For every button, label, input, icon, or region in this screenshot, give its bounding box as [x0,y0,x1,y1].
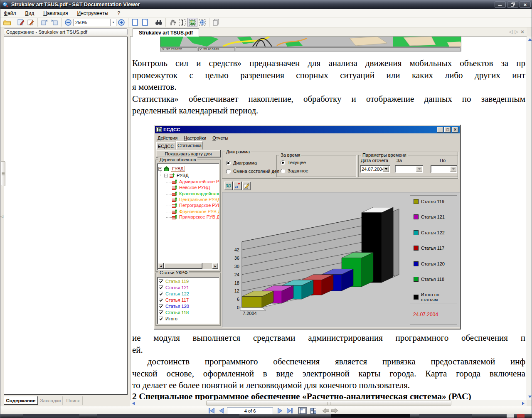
single-page-view-button[interactable] [298,407,307,414]
tree-collapse-icon[interactable]: − [158,167,162,171]
tree-collapse-icon[interactable]: − [164,174,168,177]
select-text-icon[interactable] [177,18,187,27]
radio-option[interactable]: Заданное [281,168,308,173]
esdss-menu-item[interactable]: Действия [158,135,177,140]
tree-node-item[interactable]: Невское РУВД [172,185,210,190]
tab-close-icon[interactable]: ✕ [520,29,525,35]
po-dropdown-icon[interactable] [450,166,456,172]
menu-item[interactable]: Навигация [43,10,68,16]
radio-icon[interactable] [281,169,285,173]
menu-item[interactable]: Вид [25,10,34,16]
taskbar-tray-icon[interactable] [507,414,514,418]
page-number-field[interactable]: 4 of 6 [227,407,273,414]
za-combo[interactable] [395,165,423,173]
edit-page-icon[interactable] [16,18,26,27]
esdss-tab-2[interactable]: Статистика [176,141,203,150]
page-fit-icon[interactable] [140,18,150,27]
chart-3d-button[interactable]: 3D [224,182,233,190]
close-button[interactable]: ✕ [520,1,531,8]
zoom-out-icon[interactable] [63,18,73,27]
checkbox-icon[interactable] [159,310,163,315]
first-page-button[interactable] [207,407,216,414]
tree-hscrollbar[interactable]: ◄ ► [158,263,218,269]
show-map-button[interactable]: Показывать карту для [156,150,221,157]
checkbox-icon[interactable] [159,298,163,302]
radio-option[interactable]: Диаграмма [226,160,257,165]
hand-tool-icon[interactable] [167,18,177,27]
zoom-region-icon[interactable] [197,18,207,27]
document-tab[interactable]: Strukalev art TSUS.pdf [133,28,199,37]
taskbar-item[interactable] [97,414,239,418]
tree-scroll-left-icon[interactable]: ◄ [158,263,164,269]
open-folder-icon[interactable] [2,18,12,27]
scroll-up-icon[interactable] [527,37,532,42]
tree-node-item[interactable]: Приморское РУВ Д [172,214,219,219]
article-checkbox-row[interactable]: Итого [159,316,177,321]
tab-scroll-right-icon[interactable]: ▷ [515,29,518,34]
sidebar-contents-panel[interactable] [4,37,128,395]
radio-option[interactable]: Смена состояний дел [226,169,279,174]
article-checkbox-row[interactable]: Статья 121 [159,285,189,290]
esdss-menu-item[interactable]: Отчеты [212,135,228,140]
vertical-scrollbar[interactable] [527,37,532,400]
tree-node-item[interactable]: Красногвардейское [172,191,219,196]
menu-item[interactable]: Инструменты [77,10,108,16]
tree-hscroll-thumb[interactable] [164,263,202,269]
previous-page-button[interactable] [218,407,225,414]
taskbar-item[interactable] [419,414,472,418]
checkbox-icon[interactable] [159,285,163,290]
esdss-close-button[interactable]: ✕ [452,127,458,133]
menu-item[interactable]: ? [117,10,120,16]
edit-pen-icon[interactable] [26,18,36,27]
select-image-icon[interactable] [187,18,197,27]
article-checkbox-row[interactable]: Статья 122 [159,291,189,296]
tree-node-group[interactable]: −РУВД [164,173,189,178]
article-checkbox-row[interactable]: Статья 117 [159,298,189,302]
checkbox-icon[interactable] [159,279,163,284]
rotate-left-icon[interactable] [39,18,49,27]
po-combo[interactable] [431,165,457,173]
article-checkbox-row[interactable]: Статья 118 [159,310,189,315]
taskbar-tray-icon[interactable] [517,414,525,418]
minimize-button[interactable] [495,1,506,8]
sidebar-tab-1[interactable]: Содержание [4,396,38,405]
scroll-down-icon[interactable] [527,394,532,400]
sidebar-tab-3[interactable]: Поиск [64,396,83,405]
esdss-tab-1[interactable]: ЕСДСС [156,142,175,150]
tab-scroll-left-icon[interactable]: ◁ [509,29,512,34]
object-tree[interactable]: ◄ ► −ГУВД−РУВДАдмиралтейское РНевское РУ… [157,163,219,270]
tree-node-root[interactable]: −ГУВД [158,166,185,172]
esdss-menu-item[interactable]: Настройки [184,135,206,140]
rotate-right-icon[interactable] [49,18,59,27]
copy-pages-icon[interactable] [211,18,221,27]
menu-item[interactable]: Файл [4,10,16,16]
za-dropdown-icon[interactable] [416,166,422,172]
esdss-minimize-button[interactable]: _ [437,127,443,133]
tree-node-item[interactable]: Фрунзенское РУВ Д [172,209,219,214]
tree-node-item[interactable]: Центральное РУВД [172,197,219,202]
page-single-icon[interactable] [130,18,140,27]
splitter-collapse-icon[interactable]: ◁ [0,212,4,221]
zoom-level-combo[interactable]: 250% ▾ [73,19,116,26]
find-binoculars-icon[interactable] [154,18,164,27]
add-series-button[interactable] [233,182,242,190]
document-viewport[interactable]: X: 37.733622 Y: 55.616189 Контроль сил и… [130,37,527,400]
article-checkbox-row[interactable]: Статья 120 [159,304,189,309]
tree-scroll-right-icon[interactable]: ► [212,263,218,269]
radio-icon[interactable] [226,161,231,165]
horizontal-scroll-thumb[interactable] [206,401,451,406]
sidebar-tab-2[interactable]: Закладки [39,396,63,405]
zoom-in-icon[interactable] [116,18,126,27]
taskbar-item[interactable] [331,414,410,418]
scroll-right-icon[interactable] [520,401,526,406]
history-back-icon[interactable] [322,407,330,414]
edit-chart-button[interactable] [242,182,251,190]
horizontal-scrollbar[interactable] [130,400,527,406]
history-forward-icon[interactable] [330,407,339,414]
grid-view-button[interactable] [309,407,318,414]
date-dropdown-icon[interactable] [383,166,389,172]
checkbox-icon[interactable] [159,292,163,296]
date-origin-combo[interactable]: 24.07.2004 [360,165,390,173]
checkbox-icon[interactable] [159,304,163,309]
radio-icon[interactable] [281,160,285,165]
